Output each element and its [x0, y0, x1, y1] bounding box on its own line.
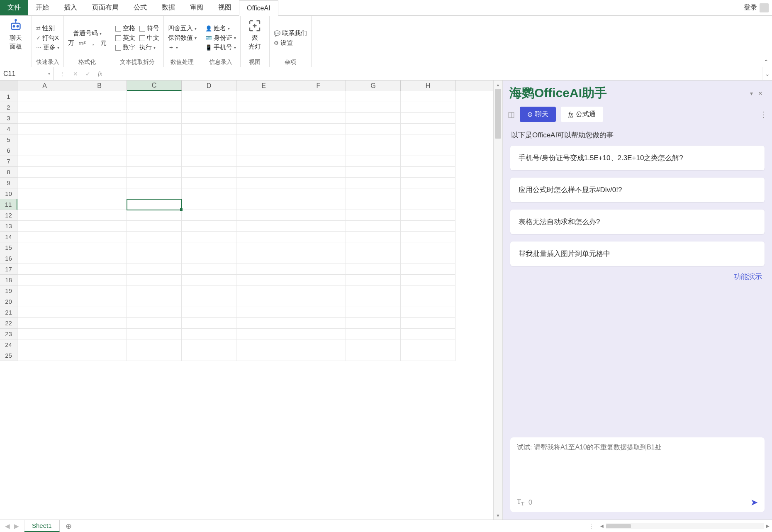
- suggestion-card[interactable]: 帮我批量插入图片到单元格中: [510, 242, 765, 266]
- cell[interactable]: [17, 199, 72, 210]
- sheet-prev-icon[interactable]: ◀: [5, 522, 10, 530]
- cell[interactable]: [182, 339, 236, 350]
- cell[interactable]: [72, 329, 127, 339]
- tab-formula[interactable]: 公式: [126, 0, 154, 15]
- cell[interactable]: [182, 350, 236, 361]
- cell[interactable]: [182, 145, 236, 156]
- scroll-up-icon[interactable]: ▲: [494, 81, 502, 89]
- cell[interactable]: [17, 156, 72, 167]
- cell[interactable]: [72, 102, 127, 113]
- cell[interactable]: [127, 178, 182, 188]
- cell[interactable]: [182, 318, 236, 329]
- cell[interactable]: [72, 275, 127, 286]
- cell[interactable]: [346, 178, 401, 188]
- cell[interactable]: [127, 134, 182, 145]
- cell[interactable]: [236, 264, 291, 275]
- name-button[interactable]: 👤姓名: [205, 24, 236, 32]
- cell[interactable]: [17, 232, 72, 242]
- cell[interactable]: [17, 134, 72, 145]
- cell[interactable]: [401, 102, 455, 113]
- cell[interactable]: [401, 113, 455, 124]
- row-header[interactable]: 3: [0, 113, 17, 124]
- cell[interactable]: [291, 113, 346, 124]
- suggestion-card[interactable]: 表格无法自动求和怎么办?: [510, 210, 765, 234]
- cell[interactable]: [236, 102, 291, 113]
- sheet-tab[interactable]: Sheet1: [24, 520, 60, 532]
- cell[interactable]: [236, 339, 291, 350]
- cell[interactable]: [72, 156, 127, 167]
- cell[interactable]: [127, 329, 182, 339]
- column-header[interactable]: C: [127, 81, 182, 91]
- cell[interactable]: [401, 167, 455, 178]
- cell[interactable]: [346, 253, 401, 264]
- cell[interactable]: [236, 329, 291, 339]
- settings-button[interactable]: ⚙设置: [274, 39, 307, 47]
- column-header[interactable]: D: [182, 81, 236, 91]
- expand-formula-icon[interactable]: ⌄: [762, 67, 772, 80]
- row-header[interactable]: 5: [0, 134, 17, 145]
- row-header[interactable]: 7: [0, 156, 17, 167]
- keep-value-button[interactable]: 保留数值: [168, 34, 197, 42]
- cell[interactable]: [17, 307, 72, 318]
- cell[interactable]: [401, 178, 455, 188]
- cell[interactable]: [291, 350, 346, 361]
- tab-insert[interactable]: 插入: [56, 0, 85, 15]
- cell[interactable]: [127, 221, 182, 232]
- number-check[interactable]: 数字: [115, 44, 135, 51]
- cell[interactable]: [346, 242, 401, 253]
- tab-file[interactable]: 文件: [0, 0, 28, 15]
- row-header[interactable]: 14: [0, 232, 17, 242]
- cell[interactable]: [346, 275, 401, 286]
- row-header[interactable]: 1: [0, 91, 17, 102]
- cell[interactable]: [182, 221, 236, 232]
- cell[interactable]: [401, 253, 455, 264]
- scroll-left-icon[interactable]: ◀: [598, 524, 606, 528]
- cell[interactable]: [236, 307, 291, 318]
- cell[interactable]: [291, 339, 346, 350]
- column-header[interactable]: H: [401, 81, 455, 91]
- column-header[interactable]: A: [17, 81, 72, 91]
- cell[interactable]: [17, 318, 72, 329]
- cell[interactable]: [72, 339, 127, 350]
- row-header[interactable]: 18: [0, 275, 17, 286]
- cell[interactable]: [17, 329, 72, 339]
- cell[interactable]: [346, 113, 401, 124]
- tab-officeai[interactable]: OfficeAI: [239, 0, 278, 16]
- cell[interactable]: [401, 145, 455, 156]
- cell[interactable]: [236, 178, 291, 188]
- cell[interactable]: [182, 113, 236, 124]
- cell[interactable]: [72, 242, 127, 253]
- cell[interactable]: [182, 102, 236, 113]
- add-sheet-button[interactable]: ⊕: [60, 520, 78, 532]
- cell[interactable]: [236, 318, 291, 329]
- cell[interactable]: [127, 102, 182, 113]
- cell[interactable]: [127, 275, 182, 286]
- cell[interactable]: [182, 199, 236, 210]
- cell[interactable]: [401, 286, 455, 296]
- cell[interactable]: [127, 124, 182, 134]
- cell[interactable]: [17, 242, 72, 253]
- cell[interactable]: [291, 286, 346, 296]
- row-header[interactable]: 25: [0, 350, 17, 361]
- cell[interactable]: [346, 264, 401, 275]
- cell[interactable]: [346, 210, 401, 221]
- row-header[interactable]: 12: [0, 210, 17, 221]
- cell[interactable]: [401, 221, 455, 232]
- scroll-right-icon[interactable]: ▶: [764, 524, 772, 528]
- cell[interactable]: [236, 253, 291, 264]
- cell[interactable]: [72, 286, 127, 296]
- cell[interactable]: [182, 210, 236, 221]
- cell[interactable]: [291, 329, 346, 339]
- cell[interactable]: [291, 91, 346, 102]
- cell[interactable]: [236, 134, 291, 145]
- row-header[interactable]: 11: [0, 199, 17, 210]
- cell[interactable]: [346, 102, 401, 113]
- cell[interactable]: [291, 124, 346, 134]
- cell[interactable]: [17, 124, 72, 134]
- cell[interactable]: [401, 350, 455, 361]
- hscroll-thumb[interactable]: [606, 524, 631, 528]
- symbol-check[interactable]: 符号: [139, 24, 159, 32]
- cell[interactable]: [182, 275, 236, 286]
- cell[interactable]: [401, 242, 455, 253]
- cell[interactable]: [17, 286, 72, 296]
